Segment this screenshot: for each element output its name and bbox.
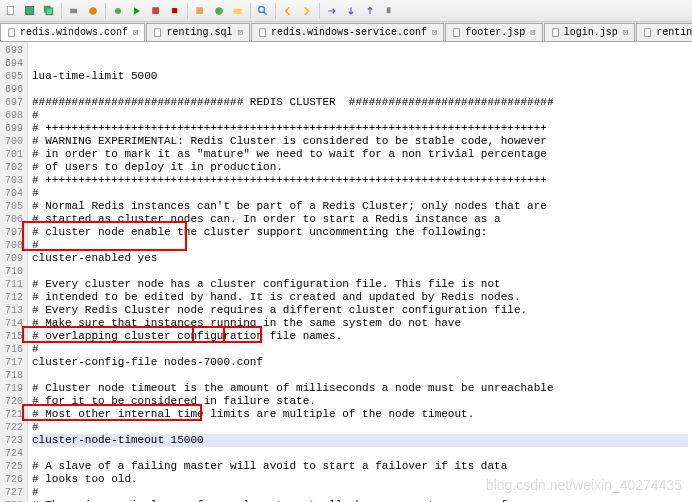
line-number: 710	[0, 265, 23, 278]
code-line[interactable]: ################################ REDIS C…	[32, 96, 688, 109]
new-icon[interactable]	[2, 2, 20, 20]
code-line[interactable]: #	[32, 109, 688, 122]
code-line[interactable]	[32, 265, 688, 278]
code-line[interactable]: cluster-node-timeout 15000	[32, 434, 688, 447]
close-icon[interactable]: ⊠	[432, 27, 437, 38]
line-number: 720	[0, 395, 23, 408]
svg-rect-3	[46, 8, 53, 15]
debug-icon[interactable]	[109, 2, 127, 20]
last-edit-icon[interactable]	[323, 2, 341, 20]
code-line[interactable]: # looks too old.	[32, 473, 688, 486]
svg-rect-18	[454, 28, 460, 35]
code-line[interactable]: # Every cluster node has a cluster confi…	[32, 278, 688, 291]
code-line[interactable]: # WARNING EXPERIMENTAL: Redis Cluster is…	[32, 135, 688, 148]
line-number: 706	[0, 213, 23, 226]
ext-tools-icon[interactable]	[147, 2, 165, 20]
svg-rect-1	[26, 6, 34, 14]
code-line[interactable]: # Cluster node timeout is the amount of …	[32, 382, 688, 395]
code-line[interactable]: # ++++++++++++++++++++++++++++++++++++++…	[32, 174, 688, 187]
tab-footer-jsp[interactable]: footer.jsp⊠	[445, 23, 542, 41]
code-line[interactable]: cluster-enabled yes	[32, 252, 688, 265]
stop-icon[interactable]	[166, 2, 184, 20]
save-all-icon[interactable]	[40, 2, 58, 20]
run-icon[interactable]	[128, 2, 146, 20]
code-line[interactable]: # overlapping cluster configuration file…	[32, 330, 688, 343]
code-line[interactable]: # of users to deploy it in production.	[32, 161, 688, 174]
prev-annotation-icon[interactable]	[361, 2, 379, 20]
line-number: 709	[0, 252, 23, 265]
line-number: 722	[0, 421, 23, 434]
close-icon[interactable]: ⊠	[530, 27, 535, 38]
code-line[interactable]: # for it to be considered in failure sta…	[32, 395, 688, 408]
line-number: 723	[0, 434, 23, 447]
line-number: 703	[0, 174, 23, 187]
code-line[interactable]: # A slave of a failing master will avoid…	[32, 460, 688, 473]
save-icon[interactable]	[21, 2, 39, 20]
code-line[interactable]: #	[32, 239, 688, 252]
new-folder-icon[interactable]	[229, 2, 247, 20]
line-number: 719	[0, 382, 23, 395]
code-content[interactable]: lua-time-limit 5000#####################…	[28, 42, 692, 502]
code-line[interactable]: # Make sure that instances running in th…	[32, 317, 688, 330]
jsp-icon	[643, 28, 653, 38]
line-number: 693	[0, 44, 23, 57]
pin-icon[interactable]	[380, 2, 398, 20]
code-line[interactable]	[32, 447, 688, 460]
code-line[interactable]: # cluster node enable the cluster suppor…	[32, 226, 688, 239]
svg-rect-9	[196, 7, 203, 14]
code-line[interactable]: # ++++++++++++++++++++++++++++++++++++++…	[32, 122, 688, 135]
new-class-icon[interactable]	[210, 2, 228, 20]
line-number: 715	[0, 330, 23, 343]
code-line[interactable]: # Normal Redis instances can't be part o…	[32, 200, 688, 213]
main-toolbar	[0, 0, 692, 22]
svg-rect-19	[552, 28, 558, 35]
code-line[interactable]: # intended to be edited by hand. It is c…	[32, 291, 688, 304]
line-number: 705	[0, 200, 23, 213]
line-number: 727	[0, 486, 23, 499]
line-number: 707	[0, 226, 23, 239]
tab-renting-sql[interactable]: renting.sql⊠	[146, 23, 249, 41]
svg-rect-0	[7, 6, 13, 14]
line-number: 699	[0, 122, 23, 135]
next-annotation-icon[interactable]	[342, 2, 360, 20]
nav-back-icon[interactable]	[279, 2, 297, 20]
tab-redis-windows-service-conf[interactable]: redis.windows-service.conf⊠	[251, 23, 444, 41]
code-line[interactable]: # Every Redis Cluster node requires a di…	[32, 304, 688, 317]
code-line[interactable]: #	[32, 486, 688, 499]
code-line[interactable]: # started as cluster nodes can. In order…	[32, 213, 688, 226]
build-icon[interactable]	[84, 2, 102, 20]
svg-point-10	[215, 7, 223, 15]
code-line[interactable]: # Most other internal time limits are mu…	[32, 408, 688, 421]
tab-login-jsp[interactable]: login.jsp⊠	[544, 23, 635, 41]
code-line[interactable]: lua-time-limit 5000	[32, 70, 688, 83]
tab-rentingInfo-jsp[interactable]: rentingInfo.jsp⊠	[636, 23, 692, 41]
code-line[interactable]: # in order to mark it as "mature" we nee…	[32, 148, 688, 161]
close-icon[interactable]: ⊠	[237, 27, 242, 38]
code-line[interactable]	[32, 83, 688, 96]
close-icon[interactable]: ⊠	[133, 27, 138, 38]
svg-rect-11	[234, 8, 242, 13]
nav-fwd-icon[interactable]	[298, 2, 316, 20]
print-icon[interactable]	[65, 2, 83, 20]
svg-rect-16	[155, 28, 161, 35]
code-line[interactable]: #	[32, 343, 688, 356]
line-number: 716	[0, 343, 23, 356]
line-number: 697	[0, 96, 23, 109]
code-line[interactable]: #	[32, 421, 688, 434]
search-icon[interactable]	[254, 2, 272, 20]
close-icon[interactable]: ⊠	[623, 27, 628, 38]
tab-label: redis.windows-service.conf	[271, 27, 427, 38]
new-pkg-icon[interactable]	[191, 2, 209, 20]
svg-point-5	[89, 7, 97, 15]
code-line[interactable]	[32, 369, 688, 382]
svg-rect-20	[645, 28, 651, 35]
tab-label: login.jsp	[564, 27, 618, 38]
code-line[interactable]: cluster-config-file nodes-7000.conf	[32, 356, 688, 369]
line-number: 694	[0, 57, 23, 70]
svg-rect-7	[152, 7, 159, 14]
code-line[interactable]: #	[32, 187, 688, 200]
line-number: 721	[0, 408, 23, 421]
tab-redis-windows-conf[interactable]: redis.windows.conf⊠	[0, 23, 145, 41]
line-number: 714	[0, 317, 23, 330]
line-number: 726	[0, 473, 23, 486]
